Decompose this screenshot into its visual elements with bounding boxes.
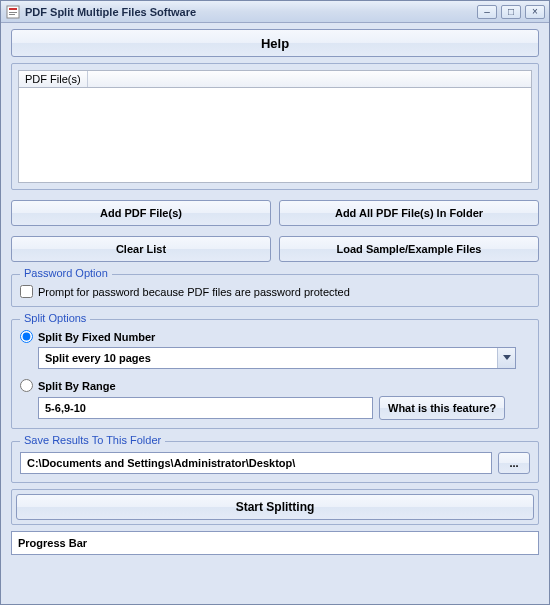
file-list[interactable] — [18, 88, 532, 183]
split-fixed-label: Split By Fixed Number — [38, 331, 155, 343]
window-title: PDF Split Multiple Files Software — [25, 6, 477, 18]
password-option-group: Password Option Prompt for password beca… — [11, 274, 539, 307]
app-window: PDF Split Multiple Files Software – □ × … — [0, 0, 550, 605]
file-list-column[interactable]: PDF File(s) — [19, 71, 88, 87]
split-range-radio[interactable] — [20, 379, 33, 392]
file-buttons-row-1: Add PDF File(s) Add All PDF File(s) In F… — [11, 200, 539, 226]
split-options-group: Split Options Split By Fixed Number Spli… — [11, 319, 539, 429]
load-sample-button[interactable]: Load Sample/Example Files — [279, 236, 539, 262]
file-list-header: PDF File(s) — [18, 70, 532, 88]
password-legend: Password Option — [20, 267, 112, 279]
split-fixed-radio[interactable] — [20, 330, 33, 343]
app-icon — [5, 4, 21, 20]
add-pdf-button[interactable]: Add PDF File(s) — [11, 200, 271, 226]
svg-rect-2 — [9, 12, 17, 13]
svg-rect-3 — [9, 14, 15, 15]
start-splitting-button[interactable]: Start Splitting — [16, 494, 534, 520]
split-range-input[interactable] — [38, 397, 373, 419]
prompt-password-label: Prompt for password because PDF files ar… — [38, 286, 350, 298]
prompt-password-checkbox[interactable] — [20, 285, 33, 298]
window-controls: – □ × — [477, 5, 545, 19]
split-pages-select[interactable]: Split every 10 pages — [38, 347, 516, 369]
svg-rect-1 — [9, 8, 17, 10]
clear-list-button[interactable]: Clear List — [11, 236, 271, 262]
file-buttons-row-2: Clear List Load Sample/Example Files — [11, 236, 539, 262]
help-button[interactable]: Help — [11, 29, 539, 57]
what-is-feature-button[interactable]: What is this feature? — [379, 396, 505, 420]
add-folder-button[interactable]: Add All PDF File(s) In Folder — [279, 200, 539, 226]
titlebar: PDF Split Multiple Files Software – □ × — [1, 1, 549, 23]
save-folder-input[interactable] — [20, 452, 492, 474]
split-pages-value: Split every 10 pages — [39, 352, 497, 364]
file-list-panel: PDF File(s) — [11, 63, 539, 190]
split-legend: Split Options — [20, 312, 90, 324]
save-folder-group: Save Results To This Folder ... — [11, 441, 539, 483]
progress-bar: Progress Bar — [11, 531, 539, 555]
save-legend: Save Results To This Folder — [20, 434, 165, 446]
start-panel: Start Splitting — [11, 489, 539, 525]
split-range-label: Split By Range — [38, 380, 116, 392]
chevron-down-icon[interactable] — [497, 348, 515, 368]
minimize-button[interactable]: – — [477, 5, 497, 19]
close-button[interactable]: × — [525, 5, 545, 19]
browse-folder-button[interactable]: ... — [498, 452, 530, 474]
client-area: Help PDF File(s) Add PDF File(s) Add All… — [1, 23, 549, 604]
maximize-button[interactable]: □ — [501, 5, 521, 19]
progress-label: Progress Bar — [18, 537, 87, 549]
